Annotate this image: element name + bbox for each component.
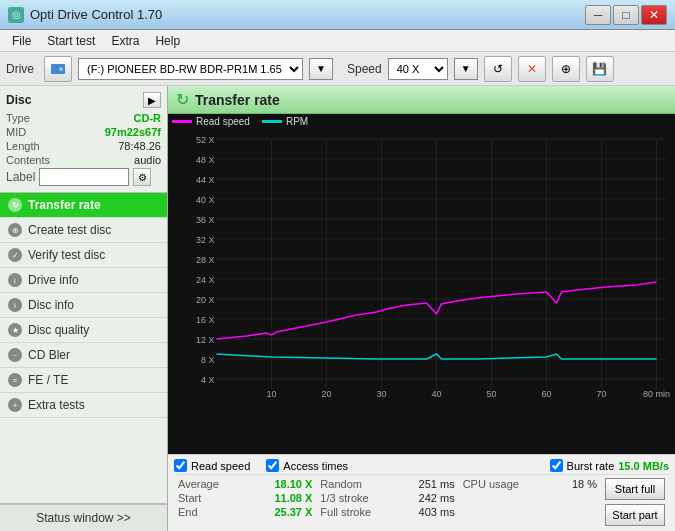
svg-text:16 X: 16 X (196, 315, 215, 325)
sidebar-item-verify-test-disc[interactable]: ✓ Verify test disc (0, 243, 167, 268)
stat-1-3-stroke: 1/3 stroke 242 ms (320, 491, 454, 505)
start-value: 11.08 X (262, 492, 312, 504)
disc-quality-icon: ★ (8, 323, 22, 337)
speed-label: Speed (347, 62, 382, 76)
chart-svg: 52 X 48 X 44 X 40 X 36 X 32 X 28 X 24 X … (168, 129, 675, 397)
read-speed-checkbox[interactable] (174, 459, 187, 472)
svg-text:40 X: 40 X (196, 195, 215, 205)
drive-icon-btn[interactable] (44, 56, 72, 82)
minimize-button[interactable]: ─ (585, 5, 611, 25)
svg-text:70: 70 (596, 389, 606, 397)
close-button[interactable]: ✕ (641, 5, 667, 25)
refresh-icon[interactable]: ↺ (484, 56, 512, 82)
sidebar-item-create-test-disc[interactable]: ⊕ Create test disc (0, 218, 167, 243)
menu-file[interactable]: File (4, 32, 39, 50)
drive-select[interactable]: (F:) PIONEER BD-RW BDR-PR1M 1.65 (78, 58, 303, 80)
create-test-disc-icon: ⊕ (8, 223, 22, 237)
disc-quality-label: Disc quality (28, 323, 89, 337)
menu-starttest[interactable]: Start test (39, 32, 103, 50)
svg-text:50: 50 (486, 389, 496, 397)
legend-read-speed-color (172, 120, 192, 123)
svg-text:44 X: 44 X (196, 175, 215, 185)
svg-text:10: 10 (266, 389, 276, 397)
stats-col-left: Average 18.10 X Start 11.08 X End 25.37 … (174, 475, 316, 529)
stats-panel: Read speed Access times Burst rate 15.0 … (168, 454, 675, 531)
drive-dropdown-btn[interactable]: ▼ (309, 58, 333, 80)
fe-te-icon: ≈ (8, 373, 22, 387)
1-3-stroke-label: 1/3 stroke (320, 492, 368, 504)
1-3-stroke-value: 242 ms (405, 492, 455, 504)
stat-cpu-usage: CPU usage 18 % (463, 477, 597, 491)
label-settings-icon[interactable]: ⚙ (133, 168, 151, 186)
svg-text:8 X: 8 X (201, 355, 215, 365)
svg-text:20: 20 (321, 389, 331, 397)
speed-select[interactable]: 40 X (388, 58, 448, 80)
svg-text:24 X: 24 X (196, 275, 215, 285)
length-label: Length (6, 140, 40, 152)
menu-help[interactable]: Help (147, 32, 188, 50)
svg-text:60: 60 (541, 389, 551, 397)
drive-label: Drive (6, 62, 34, 76)
start-label: Start (178, 492, 201, 504)
label-input[interactable] (39, 168, 129, 186)
full-stroke-value: 403 ms (405, 506, 455, 518)
sidebar-item-transfer-rate[interactable]: ↻ Transfer rate (0, 193, 167, 218)
fe-te-label: FE / TE (28, 373, 68, 387)
copy-icon[interactable]: ⊕ (552, 56, 580, 82)
random-value: 251 ms (405, 478, 455, 490)
legend-rpm: RPM (262, 116, 308, 127)
legend-read-speed-label: Read speed (196, 116, 250, 127)
average-label: Average (178, 478, 219, 490)
svg-text:52 X: 52 X (196, 135, 215, 145)
maximize-button[interactable]: □ (613, 5, 639, 25)
stat-end: End 25.37 X (178, 505, 312, 519)
drivebar: Drive (F:) PIONEER BD-RW BDR-PR1M 1.65 ▼… (0, 52, 675, 86)
sidebar-item-extra-tests[interactable]: + Extra tests (0, 393, 167, 418)
access-times-checkbox[interactable] (266, 459, 279, 472)
transfer-rate-label: Transfer rate (28, 198, 101, 212)
status-window-button[interactable]: Status window >> (0, 504, 167, 531)
svg-text:20 X: 20 X (196, 295, 215, 305)
checkbox-read-speed[interactable]: Read speed (174, 459, 250, 472)
cpu-usage-label: CPU usage (463, 478, 519, 490)
contents-value: audio (134, 154, 161, 166)
chart-title: Transfer rate (195, 92, 280, 108)
save-icon[interactable]: 💾 (586, 56, 614, 82)
chart-legend: Read speed RPM (168, 114, 675, 129)
sidebar-item-disc-quality[interactable]: ★ Disc quality (0, 318, 167, 343)
contents-label: Contents (6, 154, 50, 166)
extra-tests-icon: + (8, 398, 22, 412)
legend-rpm-color (262, 120, 282, 123)
checkbox-burst-rate[interactable]: Burst rate 15.0 MB/s (550, 459, 669, 472)
menubar: File Start test Extra Help (0, 30, 675, 52)
checkbox-access-times[interactable]: Access times (266, 459, 348, 472)
random-label: Random (320, 478, 362, 490)
drive-info-icon: i (8, 273, 22, 287)
sidebar-item-disc-info[interactable]: i Disc info (0, 293, 167, 318)
speed-dropdown-btn[interactable]: ▼ (454, 58, 478, 80)
burst-rate-value: 15.0 MB/s (618, 460, 669, 472)
sidebar-item-cd-bler[interactable]: ~ CD Bler (0, 343, 167, 368)
start-full-button[interactable]: Start full (605, 478, 665, 500)
cd-bler-icon: ~ (8, 348, 22, 362)
drive-info-label: Drive info (28, 273, 79, 287)
mid-label: MID (6, 126, 26, 138)
create-test-disc-label: Create test disc (28, 223, 111, 237)
chart-container: Read speed RPM (168, 114, 675, 454)
disc-arrow-btn[interactable]: ▶ (143, 92, 161, 108)
stat-full-stroke: Full stroke 403 ms (320, 505, 454, 519)
sidebar-item-drive-info[interactable]: i Drive info (0, 268, 167, 293)
burst-rate-checkbox[interactable] (550, 459, 563, 472)
start-part-button[interactable]: Start part (605, 504, 665, 526)
svg-text:12 X: 12 X (196, 335, 215, 345)
nav-items: ↻ Transfer rate ⊕ Create test disc ✓ Ver… (0, 193, 167, 418)
disc-info-icon: i (8, 298, 22, 312)
menu-extra[interactable]: Extra (103, 32, 147, 50)
verify-test-disc-label: Verify test disc (28, 248, 105, 262)
sidebar-item-fe-te[interactable]: ≈ FE / TE (0, 368, 167, 393)
erase-icon[interactable]: ✕ (518, 56, 546, 82)
svg-text:32 X: 32 X (196, 235, 215, 245)
access-times-checkbox-label: Access times (283, 460, 348, 472)
chart-area: ↻ Transfer rate Read speed RPM (168, 86, 675, 531)
burst-rate-checkbox-label: Burst rate (567, 460, 615, 472)
